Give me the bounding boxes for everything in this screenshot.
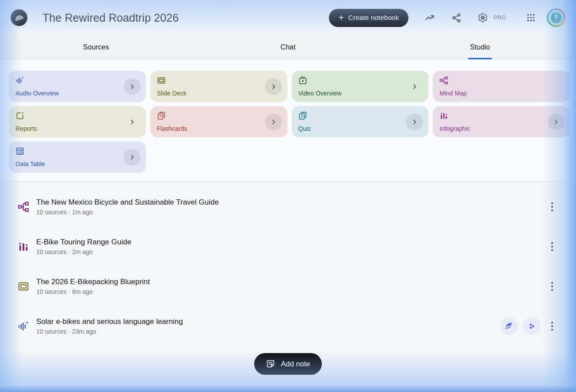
chevron-right-icon[interactable] xyxy=(265,78,282,95)
studio-card-slide-deck[interactable]: Slide Deck xyxy=(150,71,287,102)
video-overview-icon xyxy=(298,76,307,85)
play-button[interactable] xyxy=(523,317,541,335)
interactive-mode-button[interactable] xyxy=(500,317,518,335)
add-note-label: Add note xyxy=(281,360,310,368)
artifact-title[interactable]: Solar e-bikes and serious language learn… xyxy=(36,317,183,326)
artifact-title[interactable]: The New Mexico Bicycle and Sustainable T… xyxy=(36,198,219,207)
flashcards-icon xyxy=(157,111,166,120)
studio-card-audio-overview[interactable]: Audio Overview xyxy=(9,71,146,102)
more-options-icon[interactable] xyxy=(546,317,558,335)
artifact-meta: 10 sources · 2m ago xyxy=(36,248,131,255)
notebooklm-logo[interactable] xyxy=(11,9,27,26)
data-table-icon xyxy=(15,147,24,156)
artifact-row[interactable]: The New Mexico Bicycle and Sustainable T… xyxy=(0,187,576,227)
tab-studio[interactable]: Studio xyxy=(384,35,576,59)
studio-card-reports[interactable]: Reports xyxy=(9,106,146,137)
studio-card-flashcards[interactable]: Flashcards xyxy=(150,106,287,137)
studio-panel: Audio Overview Slide Deck xyxy=(0,60,576,182)
apps-grid-icon[interactable] xyxy=(526,12,536,23)
settings-gear-icon[interactable] xyxy=(477,12,488,23)
note-icon xyxy=(266,359,275,369)
more-options-icon[interactable] xyxy=(546,278,558,295)
create-notebook-button[interactable]: + Create notebook xyxy=(329,9,408,27)
audio-waveform-sparkle-icon xyxy=(15,76,24,85)
slide-deck-icon xyxy=(18,281,29,292)
artifact-row[interactable]: Solar e-bikes and serious language learn… xyxy=(0,306,576,346)
studio-card-mind-map[interactable]: Mind Map xyxy=(433,71,570,102)
notebook-title[interactable]: The Rewired Roadtrip 2026 xyxy=(42,11,179,24)
card-label: Slide Deck xyxy=(157,90,187,97)
studio-card-video-overview[interactable]: Video Overview xyxy=(292,71,429,102)
quiz-icon: ? xyxy=(298,111,307,120)
chevron-right-icon[interactable] xyxy=(265,114,282,130)
mind-map-icon xyxy=(18,201,29,213)
audio-waveform-sparkle-icon xyxy=(18,320,29,332)
tab-sources[interactable]: Sources xyxy=(0,35,192,59)
card-label: Reports xyxy=(15,125,37,132)
card-label: Flashcards xyxy=(157,125,187,132)
chevron-right-icon[interactable] xyxy=(124,114,141,130)
card-label: Audio Overview xyxy=(15,90,59,97)
more-options-icon[interactable] xyxy=(546,198,558,216)
studio-card-data-table[interactable]: Data Table xyxy=(9,141,146,173)
mind-map-icon xyxy=(439,76,448,85)
slide-deck-icon xyxy=(157,76,166,85)
chevron-right-icon[interactable] xyxy=(124,149,141,166)
app-header: The Rewired Roadtrip 2026 + Create noteb… xyxy=(0,0,576,35)
card-label: Infographic xyxy=(439,125,470,132)
infographic-icon xyxy=(439,111,448,120)
studio-card-infographic[interactable]: Infographic xyxy=(433,106,570,137)
card-label: Quiz xyxy=(298,125,311,132)
more-options-icon[interactable] xyxy=(546,238,558,255)
infographic-icon xyxy=(18,241,29,252)
card-label: Video Overview xyxy=(298,90,342,97)
tab-chat[interactable]: Chat xyxy=(192,35,384,59)
add-note-button[interactable]: Add note xyxy=(254,353,321,375)
artifact-meta: 10 sources · 6m ago xyxy=(36,288,150,295)
artifact-row[interactable]: E-Bike Touring Range Guide 10 sources · … xyxy=(0,227,576,266)
studio-card-grid: Audio Overview Slide Deck xyxy=(9,71,570,173)
chevron-right-icon[interactable] xyxy=(548,114,565,130)
chevron-right-icon[interactable] xyxy=(406,78,423,95)
user-avatar[interactable] xyxy=(547,8,565,27)
chevron-right-icon[interactable] xyxy=(406,114,423,130)
artifact-meta: 10 sources · 1m ago xyxy=(36,209,219,216)
card-label: Mind Map xyxy=(439,90,466,97)
tab-bar: Sources Chat Studio xyxy=(0,35,576,60)
user-avatar-robot xyxy=(548,10,564,26)
plus-icon: + xyxy=(339,13,344,22)
card-label: Data Table xyxy=(15,160,45,167)
trending-up-icon[interactable] xyxy=(424,12,435,23)
pro-badge: PRO xyxy=(493,15,506,21)
chevron-right-icon[interactable] xyxy=(124,78,141,95)
share-icon[interactable] xyxy=(451,12,462,23)
reports-icon xyxy=(15,111,24,120)
create-notebook-label: Create notebook xyxy=(348,14,399,22)
artifact-meta: 10 sources · 23m ago xyxy=(36,328,183,335)
studio-card-quiz[interactable]: ? Quiz xyxy=(292,106,429,137)
svg-text:?: ? xyxy=(301,114,302,118)
artifact-row[interactable]: The 2026 E-Bikepacking Blueprint 10 sour… xyxy=(0,266,576,306)
artifact-title[interactable]: The 2026 E-Bikepacking Blueprint xyxy=(36,278,150,286)
artifact-title[interactable]: E-Bike Touring Range Guide xyxy=(36,238,131,247)
artifact-list: The New Mexico Bicycle and Sustainable T… xyxy=(0,182,576,375)
